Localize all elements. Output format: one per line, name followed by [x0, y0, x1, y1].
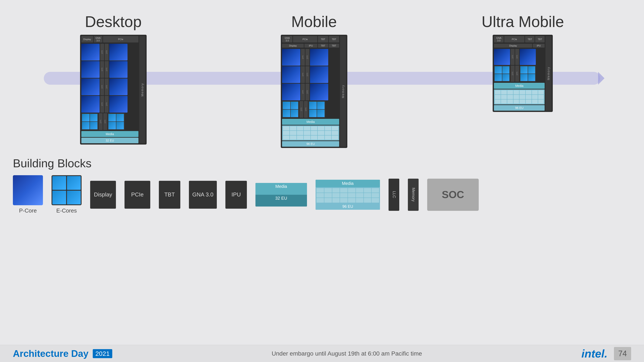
m-llc-1b: LLC [306, 49, 309, 66]
pcore-block-6 [109, 78, 128, 95]
m-gna-label: GNA3.0 [282, 36, 292, 42]
ultra-mobile-chip-main: GNA3.0 PCIe TBT TBT Display IPU [494, 36, 544, 111]
page-number: 74 [614, 347, 631, 360]
bb-pcore-block [13, 175, 43, 205]
m-pcore-1 [282, 49, 300, 66]
m-pcore-6 [310, 84, 328, 100]
intel-logo: intel. [582, 347, 608, 360]
desktop-title: Desktop [85, 13, 142, 30]
building-blocks-section: Building Blocks P-Core E-Cores Display [13, 157, 631, 214]
footer: Architecture Day 2021 Under embargo unti… [0, 345, 644, 362]
u-tbt2-label: TBT [535, 36, 544, 42]
bb-media-small-block: Media 32 EU [256, 183, 307, 207]
ecore-block-2 [108, 113, 124, 130]
pcore-block-3 [81, 61, 100, 78]
ultra-memory-label: Memory [547, 67, 550, 80]
desktop-eu: 32 EU [81, 138, 138, 143]
display-label: Display [81, 36, 93, 42]
mobile-chip: GNA3.0 PCIe TBT TBT Display IPU TBT TBT [281, 35, 347, 148]
llc-3b: LLC [105, 78, 108, 95]
bb-gna-block: GNA 3.0 [189, 181, 217, 209]
eq-1 [82, 114, 90, 121]
u-tbt1-label: TBT [525, 36, 534, 42]
bb-ipu-item: IPU [226, 181, 247, 209]
desktop-chip-main: Display GNA3.0 PCIe LLC LLC [81, 36, 138, 143]
bb-ecore-item: E-Cores [52, 175, 82, 214]
m-ecore-1 [282, 101, 299, 118]
u-pcie-label: PCIe [504, 36, 524, 42]
m-pcie-label: PCIe [293, 36, 317, 42]
pcore-block-5 [81, 78, 100, 95]
mobile-column: Mobile GNA3.0 PCIe TBT TBT Display [281, 13, 347, 148]
m-llc-4b: LLC [304, 101, 308, 118]
gna-label: GNA3.0 [94, 36, 102, 42]
mobile-eu-grid [282, 125, 339, 140]
bb-media-large-block: Media 96 EU [316, 180, 380, 210]
building-blocks-items: P-Core E-Cores Display PCIe [13, 175, 631, 214]
u-gna-label: GNA3.0 [494, 36, 504, 42]
mobile-header-bar2: Display IPU TBT TBT [282, 44, 339, 48]
eq-3 [82, 122, 90, 129]
u-pcore-2 [520, 49, 536, 65]
m-llc-1a: LLC [301, 49, 305, 66]
pcore-block-1 [81, 44, 100, 60]
llc-5a: LLC [99, 113, 102, 130]
m-pcore-5 [282, 84, 300, 100]
u-pcore-1 [494, 49, 510, 65]
ecore-row: LLC LLC [81, 113, 138, 130]
mobile-media: Media [282, 119, 339, 125]
building-blocks-title: Building Blocks [13, 157, 631, 170]
ultra-header-bar1: GNA3.0 PCIe TBT TBT [494, 36, 544, 42]
bb-display-item: Display [90, 181, 116, 209]
bb-pcie-item: PCIe [124, 181, 150, 209]
llc-1a: LLC [100, 44, 104, 60]
beq-1 [52, 176, 66, 190]
mobile-header-bar1: GNA3.0 PCIe TBT TBT [282, 36, 339, 42]
eq-5 [108, 114, 116, 121]
llc-3a: LLC [100, 78, 104, 95]
m-ipu-label: IPU [304, 44, 317, 48]
pcie-label: PCIe [103, 36, 138, 42]
u-llc-1b: LLC [515, 49, 519, 65]
footer-right: intel. 74 [582, 347, 631, 360]
u-ecore-1 [494, 66, 510, 82]
ultra-mobile-column: Ultra Mobile GNA3.0 PCIe TBT TBT Displ [482, 13, 564, 112]
u-llc-2a: LLC [511, 66, 514, 82]
bb-media-large-eu: 96 EU [316, 204, 380, 210]
bb-soc-item: SOC [427, 179, 479, 211]
mobile-eu-label: 96 EU [282, 141, 339, 147]
desktop-media: Media [81, 131, 138, 137]
m-tbt3-label: TBT [318, 44, 328, 48]
desktop-column: Desktop Display GNA3.0 PCIe LLC [80, 13, 146, 145]
architecture-day-text: Architecture Day [13, 348, 88, 359]
m-ecore-row: LLC LLC [282, 101, 339, 118]
mobile-memory-label: Memory [341, 85, 345, 98]
ultra-mobile-chip: GNA3.0 PCIe TBT TBT Display IPU [493, 35, 553, 112]
pcore-block-7 [81, 96, 100, 113]
m-ecore-2 [308, 101, 325, 118]
bb-ipu-block: IPU [226, 181, 247, 209]
llc-2a: LLC [100, 61, 104, 78]
u-ecore-row: LLC LLC [494, 66, 544, 82]
llc-1b: LLC [105, 44, 108, 60]
architecture-day-year: 2021 [93, 349, 112, 358]
u-ipu-label: IPU [533, 44, 544, 48]
u-pcore-row-1: LLC LLC [494, 49, 544, 65]
llc-5b: LLC [103, 113, 107, 130]
u-llc-2b: LLC [515, 66, 519, 82]
bb-llc-block: LLC [388, 179, 399, 211]
mobile-title: Mobile [291, 13, 337, 30]
eq-6 [116, 114, 124, 121]
bb-ecore-label: E-Cores [56, 207, 77, 214]
m-llc-2b: LLC [306, 66, 309, 83]
ultra-mobile-chip-wrapper: GNA3.0 PCIe TBT TBT Display IPU [493, 35, 553, 112]
pcore-row-4: LLC LLC [81, 96, 138, 113]
mobile-memory-bar: Memory [340, 36, 346, 147]
m-llc-3b: LLC [306, 84, 309, 100]
llc-2b: LLC [105, 61, 108, 78]
pcore-row-3: LLC LLC [81, 78, 138, 95]
u-display-label: Display [494, 44, 532, 48]
u-ecore-2 [520, 66, 536, 82]
m-display-label: Display [282, 44, 304, 48]
bb-soc-block: SOC [427, 179, 479, 211]
